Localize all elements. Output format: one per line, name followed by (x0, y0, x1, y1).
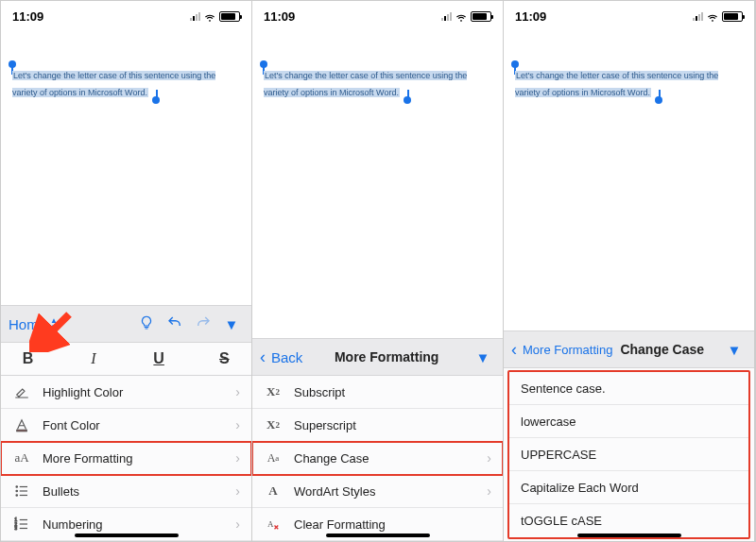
wifi-icon (455, 11, 468, 21)
bullets-icon (12, 483, 31, 500)
italic-button[interactable]: I (66, 343, 120, 375)
toolbar-title: Change Case (616, 342, 704, 357)
selection-handle-end[interactable] (655, 96, 662, 104)
bold-button[interactable]: B (1, 343, 55, 375)
panel-home: 11:09 Let's change the letter case of th… (1, 1, 252, 541)
svg-point-4 (16, 490, 18, 492)
ribbon-toolbar: ‹ More Formatting Change Case ▼ (504, 330, 754, 368)
selection-handle-start[interactable] (260, 60, 267, 68)
back-chevron-icon[interactable]: ‹ (511, 340, 517, 360)
subscript-label: Subscript (294, 385, 345, 399)
toolbar-title: More Formatting (306, 349, 467, 364)
home-indicator[interactable] (577, 534, 681, 537)
biu-row: B I U S (1, 343, 251, 376)
strikethrough-button[interactable]: S (198, 343, 251, 375)
font-color-row[interactable]: Font Color › (1, 409, 251, 442)
status-time: 11:09 (515, 9, 546, 24)
ribbon-toolbar: ‹ Back More Formatting ▼ (252, 338, 503, 376)
status-time: 11:09 (264, 9, 295, 24)
panel-more-formatting: 11:09 Let's change the letter case of th… (252, 1, 504, 541)
sentence-case-row[interactable]: Sentence case. (509, 372, 748, 405)
wifi-icon (706, 11, 719, 21)
document-area[interactable]: Let's change the letter case of this sen… (1, 27, 251, 305)
battery-icon (471, 11, 491, 22)
bullets-row[interactable]: Bullets › (1, 475, 251, 508)
collapse-ribbon-icon[interactable]: ▼ (722, 342, 747, 358)
more-formatting-icon: aA (12, 450, 31, 466)
status-icons (693, 11, 743, 22)
home-indicator[interactable] (326, 534, 430, 537)
lightbulb-icon[interactable] (134, 314, 159, 334)
status-icons (190, 11, 240, 22)
sentence-case-label: Sentence case. (521, 381, 606, 396)
wordart-row[interactable]: A WordArt Styles › (252, 475, 503, 508)
collapse-ribbon-icon[interactable]: ▼ (219, 316, 244, 332)
wordart-icon: A (264, 483, 283, 499)
chevron-right-icon: › (235, 517, 240, 532)
selection-handle-start[interactable] (9, 60, 16, 68)
clear-formatting-label: Clear Formatting (294, 517, 386, 532)
chevron-right-icon: › (487, 483, 491, 499)
uppercase-row[interactable]: UPPERCASE (509, 438, 748, 471)
highlight-label: Highlight Color (43, 385, 123, 399)
document-area[interactable]: Let's change the letter case of this sen… (504, 27, 754, 330)
back-chevron-icon[interactable]: ‹ (260, 347, 266, 367)
signal-icon (190, 11, 200, 21)
selection-handle-start[interactable] (511, 60, 519, 68)
selection-handle-end[interactable] (152, 96, 160, 104)
highlight-icon (12, 383, 31, 400)
document-area[interactable]: Let's change the letter case of this sen… (252, 27, 503, 338)
svg-point-6 (16, 495, 18, 497)
capitalize-each-word-row[interactable]: Capitalize Each Word (509, 471, 748, 504)
back-button[interactable]: More Formatting (523, 343, 612, 357)
svg-rect-1 (17, 430, 27, 432)
change-case-menu: Sentence case. lowercase UPPERCASE Capit… (504, 368, 754, 541)
selected-text[interactable]: Let's change the letter case of this sen… (264, 71, 467, 97)
svg-text:3: 3 (15, 526, 18, 531)
wordart-label: WordArt Styles (294, 484, 375, 499)
lowercase-row[interactable]: lowercase (509, 405, 748, 438)
superscript-label: Superscript (294, 418, 356, 432)
more-formatting-row[interactable]: aA More Formatting › (1, 442, 251, 475)
clear-formatting-icon: A (264, 516, 283, 533)
status-bar: 11:09 (252, 1, 503, 27)
back-button[interactable]: Back (271, 349, 302, 365)
more-formatting-menu: X2 Subscript X2 Superscript Aa Change Ca… (252, 376, 503, 541)
status-bar: 11:09 (504, 1, 754, 27)
selected-text[interactable]: Let's change the letter case of this sen… (515, 71, 718, 97)
font-color-label: Font Color (43, 418, 100, 432)
battery-icon (722, 11, 743, 22)
bullets-label: Bullets (43, 484, 79, 499)
home-indicator[interactable] (75, 534, 179, 537)
underline-button[interactable]: U (132, 343, 186, 375)
toggle-case-row[interactable]: tOGGLE cASE (509, 504, 748, 537)
highlight-color-row[interactable]: Highlight Color › (1, 376, 251, 409)
undo-icon[interactable] (163, 314, 187, 334)
chevron-right-icon: › (235, 417, 240, 432)
change-case-row[interactable]: Aa Change Case › (252, 442, 503, 475)
superscript-icon: X2 (264, 417, 283, 432)
signal-icon (693, 11, 703, 21)
status-bar: 11:09 (1, 1, 251, 27)
battery-icon (219, 11, 240, 22)
collapse-ribbon-icon[interactable]: ▼ (471, 349, 495, 365)
more-formatting-label: More Formatting (43, 451, 132, 466)
panel-change-case: 11:09 Let's change the letter case of th… (504, 1, 755, 541)
selection-handle-end[interactable] (404, 96, 411, 104)
font-color-icon (12, 416, 31, 433)
redo-icon[interactable] (191, 314, 215, 334)
svg-text:A: A (267, 519, 274, 529)
status-time: 11:09 (12, 9, 43, 24)
numbering-icon: 123 (12, 516, 31, 533)
capitalize-each-word-label: Capitalize Each Word (521, 481, 639, 495)
superscript-row[interactable]: X2 Superscript (252, 409, 503, 442)
subscript-row[interactable]: X2 Subscript (252, 376, 503, 409)
wifi-icon (203, 11, 216, 21)
chevron-right-icon: › (235, 483, 240, 499)
svg-line-0 (39, 314, 69, 345)
subscript-icon: X2 (264, 384, 283, 399)
selected-text[interactable]: Let's change the letter case of this sen… (12, 71, 215, 97)
status-icons (441, 11, 491, 22)
numbering-label: Numbering (43, 517, 103, 532)
change-case-icon: Aa (264, 451, 283, 466)
